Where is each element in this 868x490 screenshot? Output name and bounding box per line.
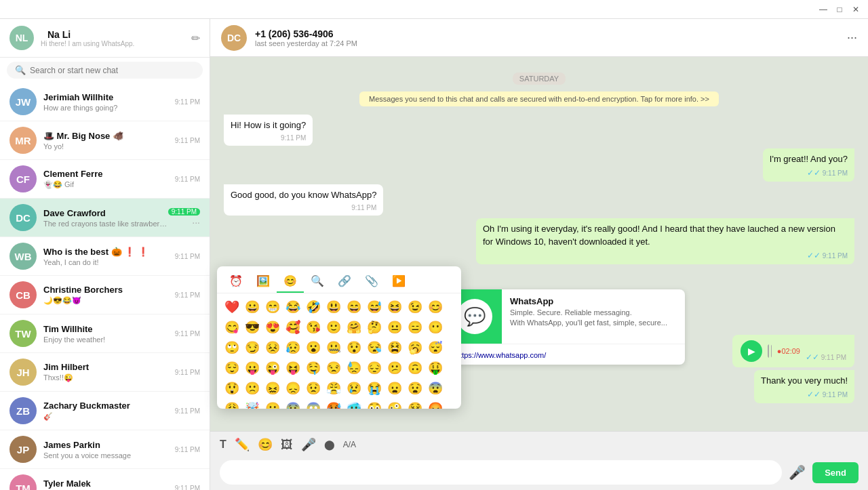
emoji-cell[interactable]: 😧 [406,379,425,398]
emoji-cell[interactable]: ❤️ [222,298,241,317]
emoji-cell[interactable]: 😛 [243,359,262,377]
emoji-cell[interactable]: 😢 [344,379,363,398]
pen-button[interactable]: ✏️ [235,437,250,452]
emoji-cell[interactable]: 😥 [283,338,302,357]
emoji-tab[interactable]: ▶️ [385,270,412,293]
message-input[interactable] [220,460,782,485]
emoji-cell[interactable]: 😏 [243,338,262,357]
emoji-cell[interactable]: 😕 [385,359,404,377]
chat-list-item[interactable]: CF Clement Ferre 👻😂 Gif 9:11 PM [0,160,210,199]
minimize-button[interactable]: — [816,3,830,16]
emoji-cell[interactable]: 😩 [222,399,241,409]
emoji-cell[interactable]: 😪 [365,338,384,357]
emoji-cell[interactable]: 😂 [283,298,302,317]
emoji-cell[interactable]: 😐 [385,318,404,337]
chat-list-item[interactable]: DC Dave Crawford The red crayons taste l… [0,199,210,237]
emoji-cell[interactable]: 😦 [385,379,404,398]
chat-list-item[interactable]: CB Christine Borchers 🌙😎😂😈 9:11 PM [0,276,210,314]
chat-list-item[interactable]: TM Tyler Malek Hey, I have an idea about… [0,469,210,490]
encryption-notice[interactable]: Messages you send to this chat and calls… [224,91,854,106]
emoji-cell[interactable]: 😰 [283,399,302,409]
chat-list-item[interactable]: JP James Parkin Sent you a voice message… [0,430,210,469]
emoji-cell[interactable]: 😒 [324,359,343,377]
emoji-cell[interactable]: 🤔 [365,318,384,337]
emoji-cell[interactable]: 😲 [222,379,241,398]
emoji-cell[interactable]: 😌 [222,359,241,377]
font-size-button[interactable]: A/A [343,440,356,449]
emoji-cell[interactable]: 😝 [283,359,302,377]
emoji-cell[interactable]: 😭 [365,379,384,398]
emoji-cell[interactable]: 🙃 [406,359,425,377]
text-format-button[interactable]: T [220,438,226,451]
emoji-cell[interactable]: 😊 [426,298,445,317]
close-button[interactable]: ✕ [849,3,863,16]
emoji-cell[interactable]: 😑 [406,318,425,337]
edit-icon[interactable]: ✏ [191,32,200,45]
emoji-cell[interactable]: 😟 [304,379,323,398]
emoji-cell[interactable]: 🥱 [406,338,425,357]
emoji-cell[interactable]: 😶 [426,318,445,337]
emoji-cell[interactable]: 😎 [243,318,262,337]
emoji-cell[interactable]: 😳 [365,399,384,409]
search-input[interactable] [30,66,195,75]
emoji-cell[interactable]: 😆 [385,298,404,317]
emoji-cell[interactable]: 🤯 [243,399,262,409]
emoji-cell[interactable]: 😖 [263,379,282,398]
play-button[interactable]: ▶ [741,340,762,362]
more-options-icon[interactable]: ··· [847,30,857,45]
emoji-cell[interactable]: 😤 [324,379,343,398]
emoji-cell[interactable]: 😅 [365,298,384,317]
emoji-cell[interactable]: 😯 [344,338,363,357]
chat-menu-dots[interactable]: ··· [192,217,200,228]
emoji-cell[interactable]: 😵 [406,399,425,409]
search-bar[interactable]: 🔍 [7,62,203,79]
emoji-tab[interactable]: 📎 [358,270,385,293]
link-preview-url[interactable]: https://www.whatsapp.com/ [456,351,546,359]
emoji-cell[interactable]: 🤐 [324,338,343,357]
emoji-tab[interactable]: ⏰ [222,270,250,293]
emoji-cell[interactable]: 😫 [385,338,404,357]
emoji-cell[interactable]: 🤤 [304,359,323,377]
emoji-cell[interactable]: 😨 [426,379,445,398]
chat-list-item[interactable]: JH Jim Hilbert Thxs!!😜 9:11 PM [0,353,210,392]
emoji-cell[interactable]: 😔 [365,359,384,377]
emoji-cell[interactable]: 😱 [304,399,323,409]
emoji-cell[interactable]: 🙄 [222,338,241,357]
emoji-cell[interactable]: 😋 [222,318,241,337]
emoji-cell[interactable]: 😬 [263,399,282,409]
emoji-cell[interactable]: 🙁 [243,379,262,398]
emoji-cell[interactable]: 🙂 [324,318,343,337]
emoji-cell[interactable]: 🥰 [283,318,302,337]
emoji-cell[interactable]: 😣 [263,338,282,357]
emoji-cell[interactable]: 🤪 [385,399,404,409]
emoji-cell[interactable]: 😞 [283,379,302,398]
emoji-cell[interactable]: 😃 [324,298,343,317]
image-button[interactable]: 🖼 [281,438,293,452]
emoji-cell[interactable]: 😀 [243,298,262,317]
chat-list-item[interactable]: TW Tim Willhite Enjoy the weather! 9:11 … [0,314,210,353]
mic-toolbar-button[interactable]: 🎤 [301,437,316,452]
emoji-cell[interactable]: 🤣 [304,298,323,317]
emoji-cell[interactable]: 🥶 [344,399,363,409]
circle-button[interactable]: ⬤ [324,439,335,450]
emoji-cell[interactable]: 😍 [263,318,282,337]
emoji-tab[interactable]: 😊 [277,270,304,293]
emoji-cell[interactable]: 😜 [263,359,282,377]
chat-list-item[interactable]: WB Who is the best 🎃 ❗ ❗ Yeah, I can do … [0,237,210,276]
chat-list-item[interactable]: ZB Zachary Buckmaster 🎸 9:11 PM [0,392,210,430]
mic-button[interactable]: 🎤 [789,464,806,481]
emoji-tab[interactable]: 🔗 [331,270,358,293]
emoji-tab[interactable]: 🔍 [304,270,331,293]
emoji-cell[interactable]: 😴 [426,338,445,357]
emoji-cell[interactable]: 🥵 [324,399,343,409]
emoji-cell[interactable]: 😄 [344,298,363,317]
emoji-button[interactable]: 😊 [258,437,273,452]
emoji-cell[interactable]: 😉 [406,298,425,317]
emoji-cell[interactable]: 😘 [304,318,323,337]
emoji-cell[interactable]: 🤑 [426,359,445,377]
emoji-cell[interactable]: 😮 [304,338,323,357]
emoji-cell[interactable]: 😁 [263,298,282,317]
emoji-cell[interactable]: 😡 [426,399,445,409]
emoji-cell[interactable]: 🤗 [344,318,363,337]
chat-list-item[interactable]: MR 🎩 Mr. Big Nose 🐗 Yo yo! 9:11 PM [0,121,210,160]
